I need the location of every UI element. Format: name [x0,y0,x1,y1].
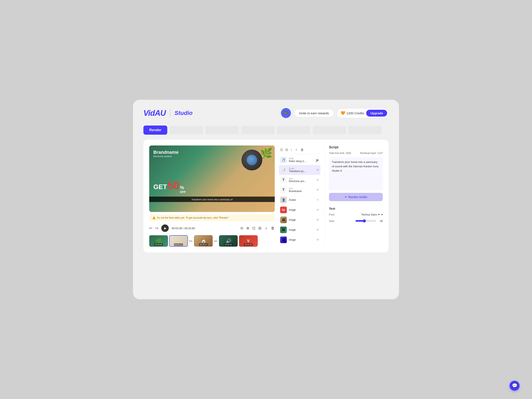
layer-vis-text-electronic[interactable]: 👁 [316,178,319,182]
layer-vis-script[interactable]: 👁 [316,168,319,172]
chat-button[interactable]: 💬 [510,381,519,391]
toolbar-tab-4[interactable] [277,126,310,134]
layer-item-image-2[interactable]: 🖼 Image 👁 [279,215,320,225]
zoom-in-button[interactable]: ⊕ [246,226,249,230]
video-panel: 🌿 Brandname Electronic product GE [149,146,275,247]
script-title: Script [329,146,383,149]
split-button[interactable]: ⊡ [252,226,255,230]
layer-thumb-image-2: 🖼 [280,216,287,223]
promo-text: GET 50 % OFF [153,179,186,195]
add-clip-button[interactable]: ＋ [264,226,268,231]
font-label: Font [329,213,334,216]
credits-area: 🧡 1200 Credits Upgrade [337,108,389,118]
layer-vis-image-4[interactable]: 👁 [316,238,319,241]
layer-item-bgm[interactable]: 🎵 BGM Refre shing S... 🔊 [279,155,320,165]
chat-icon: 💬 [512,383,518,388]
subtitle-bar: Transform your home into a sanctuary of [149,196,275,202]
layer-vis-image-50[interactable]: 👁 [316,208,319,212]
render-audio-button[interactable]: ✦ Render Audio [329,193,383,201]
layer-item-text-brandname[interactable]: T Text Brandname 👁 [279,185,320,195]
layer-info-avatar: Avatar [289,198,314,201]
discord-icon: 🎮 [283,110,289,116]
layer-vis-text-brandname[interactable]: 👁 [316,188,319,192]
layer-add-button[interactable]: ＋ [294,147,298,152]
layer-thumb-avatar: 👤 [280,196,287,203]
promo-number: 50 [167,179,180,192]
layer-vis-image-3[interactable]: 👁 [316,228,319,232]
script-limits: Total text limit: 1500 Residual input: 1… [329,152,383,155]
layer-item-image-3[interactable]: 🖼 Image 👁 [279,225,320,235]
script-textarea[interactable]: Transform your home into a sanctuary of … [329,157,383,190]
layer-thumb-50: 50 [280,207,287,213]
size-label: Size [329,219,334,222]
layer-name-image-4: Image [289,238,314,241]
layer-vis-image-2[interactable]: 👁 [316,218,319,222]
subtitle-text: Transform your home into a sanctuary of [191,198,233,201]
invite-button[interactable]: Invite to earn rewards [294,109,334,117]
layer-copy-button[interactable]: ⊡ [280,147,283,152]
layer-info-script: Script Transform yo... [289,167,314,173]
chevron-down-icon: ▾ [381,213,383,216]
layer-item-text-electronic[interactable]: T Text Electronic pro... 👁 [279,175,320,185]
toolbar-tab-3[interactable] [241,126,274,134]
layer-info-image-50: Image [289,209,314,211]
video-bg: 🌿 Brandname Electronic product GE [149,146,275,212]
timeline-thumb-4[interactable]: 🔊 00:06.50 [219,235,238,247]
render-audio-label: Render Audio [348,195,367,199]
layer-info-image-4: Image [289,238,314,241]
layer-icon-text-brandname: T [280,187,287,193]
layer-vis-avatar[interactable]: 👁 [316,198,319,202]
layer-type-text-brandname: Text [289,187,314,190]
residual-input: Residual input: 1147 [360,152,383,155]
thumb-time-2: 00:05.51 [174,243,183,246]
brand-sub: Electronic product [153,155,271,158]
play-button[interactable]: ▶ [161,224,169,232]
discord-button[interactable]: 🎮 [281,108,291,118]
timeline-thumb-2[interactable]: 00:05.51 [169,235,188,247]
render-button[interactable]: Render [143,126,167,135]
toolbar-tab-1[interactable] [170,126,203,134]
layer-item-image-4[interactable]: 🖼 Image 👁 [279,235,320,245]
layer-delete-button[interactable]: 🗑 [300,147,304,152]
layer-arrange-button[interactable]: ↕ [290,147,293,152]
toolbar-tab-5[interactable] [313,126,346,134]
layer-name-image-3: Image [289,228,314,231]
layer-icon-text-electronic: T [280,177,287,183]
size-setting-row: Size 35 [329,219,383,222]
thumb-divider-2[interactable]: ⏭ [214,235,218,247]
layer-name-image-50: Image [289,209,314,211]
align-button[interactable]: ⊞ [258,226,261,230]
warning-bar: ⚠️ It's not the final video yet. To get … [149,215,275,221]
zoom-out-button[interactable]: ⊖ [240,226,243,230]
playback-controls: ↩ ↪ ▶ 00:03.06 / 00:23.60 ⊖ ⊕ ⊡ ⊞ ＋ 🗑 [149,224,275,233]
total-limit: Total text limit: 1500 [329,152,351,155]
layer-icon-bgm: 🎵 [280,157,287,163]
layer-item-avatar[interactable]: 👤 Avatar 👁 [279,195,320,205]
layer-item-script[interactable]: 📝 Script Transform yo... 👁 [279,165,320,175]
redo-button[interactable]: ↪ [155,226,158,230]
toolbar-tab-6[interactable] [348,126,382,134]
play-icon: ▶ [164,227,166,230]
thumb-time-3: 00:06.53 [199,243,208,246]
toolbar-tab-2[interactable] [206,126,239,134]
layer-vis-bgm[interactable]: 🔊 [316,158,319,162]
layer-info-image-3: Image [289,228,314,231]
delete-clip-button[interactable]: 🗑 [271,226,275,230]
layer-icon-script: 📝 [280,167,287,173]
timeline-thumb-3[interactable]: 🏠 00:06.53 [194,235,213,247]
layers-panel: ⊡ ⊟ ↕ ＋ 🗑 🎵 BGM Refre shing S... 🔊 📝 Sc [279,146,320,247]
layer-item-image-50[interactable]: 50 Image 👁 [279,205,320,215]
layer-name-text-electronic: Electronic pro... [289,180,314,183]
layer-info-bgm: BGM Refre shing S... [289,158,314,163]
timeline-thumb-5[interactable]: V 00:02.00 [239,235,258,247]
undo-button[interactable]: ↩ [149,226,152,230]
layer-align-button[interactable]: ⊟ [285,147,288,152]
layer-type-bgm: BGM [289,158,314,160]
upgrade-button[interactable]: Upgrade [366,110,387,117]
thumb-divider-1[interactable]: ⏭ [189,235,193,247]
font-select[interactable]: Techna Sans [361,213,380,216]
header: VidAU Studio 🎮 Invite to earn rewards 🧡 … [143,108,389,118]
size-slider[interactable] [355,219,376,222]
render-audio-star-icon: ✦ [345,195,347,199]
timeline-thumb-1[interactable]: 🌿 00:03.06 [149,235,168,247]
